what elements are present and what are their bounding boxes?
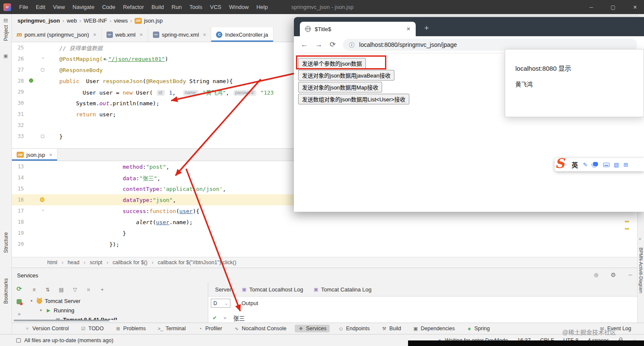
gutter — [27, 239, 46, 250]
page-info-icon[interactable]: ⓘ — [349, 40, 354, 49]
tool-button-terminal[interactable]: >_Terminal — [154, 325, 189, 332]
expand-collapse-icon[interactable]: ⇅ — [45, 287, 50, 293]
code-breadcrumb-item[interactable]: script — [88, 260, 104, 265]
page-button-1[interactable]: 发送单个参数的json数据 — [298, 58, 366, 69]
server-tab-server[interactable]: Server — [215, 286, 231, 293]
bean-gutter-icon[interactable] — [29, 78, 33, 83]
xml-file-icon: </> — [106, 32, 113, 38]
editor-tab-web-xml[interactable]: </>web.xml✕ — [102, 27, 148, 42]
menu-refactor[interactable]: Refactor — [119, 4, 148, 10]
tab-close-icon[interactable]: ✕ — [406, 26, 411, 32]
menu-tools[interactable]: Tools — [186, 4, 206, 10]
editor-tab-spring-mvc-xml[interactable]: </>spring-mvc.xml✕ — [148, 27, 212, 42]
menu-vcs[interactable]: VCS — [206, 4, 225, 10]
gear-icon[interactable]: ⚙ — [610, 271, 616, 278]
filter-icon[interactable]: ▽ — [72, 287, 78, 293]
close-tab-icon[interactable]: ✕ — [49, 153, 52, 157]
code-breadcrumb-item[interactable]: html — [46, 260, 59, 265]
grid-icon[interactable]: ⊞ — [623, 161, 628, 168]
tree-item-running[interactable]: ▾▶Running — [26, 306, 206, 315]
stripe-bookmarks[interactable]: Bookmarks — [3, 278, 9, 304]
intention-bulb-icon[interactable] — [40, 197, 44, 202]
more-icon[interactable]: » — [17, 311, 22, 317]
back-icon[interactable]: ← — [301, 40, 308, 49]
server-tab-tomcat-localhost-log[interactable]: ▣Tomcat Localhost Log — [242, 286, 303, 293]
tree-item-tomcat-server[interactable]: ▾Tomcat Server — [26, 296, 206, 306]
editor-tab-indexcontroller-ja[interactable]: CIndexController.ja — [211, 27, 273, 42]
tool-button-problems[interactable]: ⊞Problems — [112, 325, 149, 332]
options-icon[interactable]: ≡ — [32, 287, 37, 293]
chevrons-icon[interactable]: » — [224, 315, 227, 321]
horizontal-scrollbar[interactable] — [14, 320, 109, 321]
window-maximize-button[interactable]: ▢ — [611, 4, 615, 10]
menu-window[interactable]: Window — [225, 4, 253, 10]
stripe-bpmn[interactable]: BPMN-Activiti-Diagram — [638, 248, 644, 293]
stripe-structure[interactable]: Structure — [3, 232, 9, 253]
profiler-icon: ◔ — [198, 326, 203, 331]
menu-view[interactable]: View — [49, 4, 69, 10]
code-breadcrumb-item[interactable]: head — [66, 260, 81, 265]
menu-run[interactable]: Run — [168, 4, 186, 10]
fold-arrow-icon[interactable]: ⌄ — [42, 55, 44, 59]
tool-button-spring[interactable]: ♣Spring — [463, 325, 493, 332]
breadcrumb-item-web-inf[interactable]: WEB-INF — [83, 17, 109, 24]
tool-button-todo[interactable]: ☑TODO — [77, 325, 107, 332]
sogou-logo-icon[interactable]: S — [555, 156, 564, 171]
forward-icon[interactable]: → — [315, 40, 322, 49]
keyboard-icon[interactable] — [603, 163, 610, 167]
menu-help[interactable]: Help — [253, 4, 272, 10]
line-number: 32 — [12, 122, 27, 128]
browser-tab[interactable]: $Title$ ✕ — [300, 22, 416, 36]
window-minimize-button[interactable]: ─ — [589, 4, 593, 10]
rerun-icon[interactable]: ⟳ — [17, 285, 22, 293]
mic-icon[interactable] — [593, 162, 598, 166]
folder-icon[interactable]: ▣ — [3, 53, 8, 59]
close-tab-icon[interactable]: ✕ — [139, 32, 143, 37]
breadcrumb-item-json-jsp[interactable]: JSPjson.jsp — [133, 17, 164, 24]
stripe-project[interactable]: Project — [3, 25, 9, 41]
status-message: All files are up-to-date (moments ago) — [24, 337, 113, 343]
menu-build[interactable]: Build — [148, 4, 168, 10]
diagram-mode-icon[interactable]: ⌗ — [86, 287, 91, 293]
menu-edit[interactable]: Edit — [32, 4, 49, 10]
ime-language-mode[interactable]: 英 — [572, 160, 578, 169]
new-tab-button[interactable]: + — [424, 23, 429, 33]
breadcrumb-item-web[interactable]: web — [66, 17, 78, 24]
tool-button-endpoints[interactable]: ◇Endpoints — [335, 325, 373, 332]
code-breadcrumb-item[interactable]: callback for $() — [111, 260, 149, 265]
hotswap-icon[interactable] — [17, 299, 22, 304]
editor-tab-json-jsp[interactable]: JSPjson.jsp✕ — [12, 149, 58, 161]
group-by-icon[interactable]: ▤ — [59, 287, 64, 293]
page-button-2[interactable]: 发送对象的json数据用javaBean接收 — [298, 70, 394, 81]
tool-button-services[interactable]: ❖Services — [295, 325, 330, 332]
menu-file[interactable]: File — [15, 4, 32, 10]
deploy-dropdown[interactable]: D⌄ — [211, 299, 230, 308]
menu-code[interactable]: Code — [98, 4, 119, 10]
tool-button-nocalhost-console[interactable]: ∿Nocalhost Console — [231, 325, 290, 332]
gutter: ⌄ — [27, 205, 46, 216]
minimize-icon[interactable]: ─ — [628, 271, 633, 278]
pen-icon[interactable]: ✎ — [583, 161, 588, 168]
target-icon[interactable]: ◎ — [593, 271, 598, 278]
fold-arrow-icon[interactable]: ⌄ — [42, 207, 44, 211]
add-icon[interactable]: + — [100, 287, 105, 293]
server-tab-tomcat-catalina-log[interactable]: ▣Tomcat Catalina Log — [313, 286, 372, 293]
breadcrumb-item-views[interactable]: views — [112, 17, 129, 24]
tool-button-profiler[interactable]: ◔Profiler — [194, 325, 226, 332]
tool-button-build[interactable]: ⚒Build — [378, 325, 405, 332]
window-close-button[interactable]: ✕ — [633, 4, 637, 10]
tool-button-dependencies[interactable]: ▣Dependencies — [410, 325, 458, 332]
menu-navigate[interactable]: Navigate — [69, 4, 98, 10]
palette-icon[interactable]: ▧ — [614, 161, 619, 168]
project-tool-icon[interactable]: ▤ — [3, 17, 8, 23]
grid-tool-icon[interactable]: ⌗ — [639, 236, 641, 242]
code-breadcrumb-item[interactable]: callback for $("#btnJson1").click() — [156, 260, 238, 265]
refresh-icon[interactable]: ⟳ — [330, 40, 336, 49]
editor-tab-pom-xml-springmvc-json[interactable]: mpom.xml (springmvc_json)✕ — [12, 27, 102, 42]
breadcrumb-item-springmvc-json[interactable]: springmvc_json — [16, 17, 61, 24]
page-button-3[interactable]: 发送对象的json数据用Map接收 — [298, 82, 382, 92]
close-tab-icon[interactable]: ✕ — [203, 32, 206, 37]
close-tab-icon[interactable]: ✕ — [93, 32, 96, 37]
page-button-4[interactable]: 发送数组对象的json数据用List<User>接收 — [298, 94, 409, 104]
tool-button-version-control[interactable]: ⑂Version Control — [21, 325, 72, 332]
